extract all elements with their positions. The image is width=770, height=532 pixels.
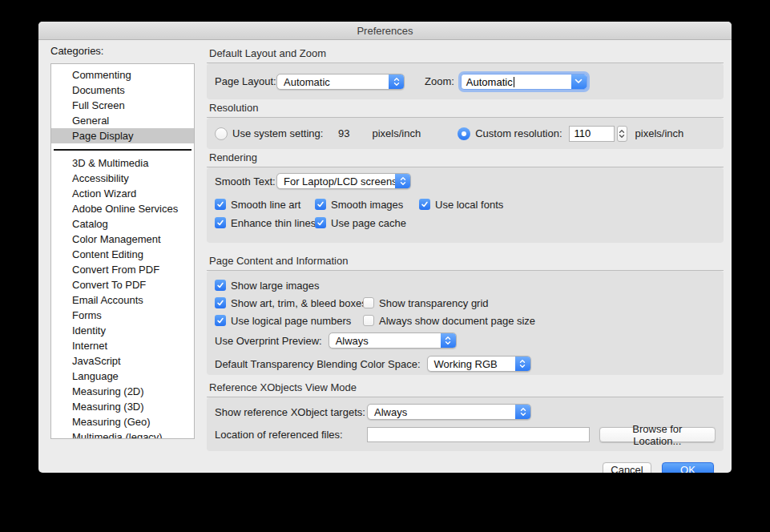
categories-list: CommentingDocumentsFull ScreenGeneralPag… [50,63,195,439]
custom-resolution-unit: pixels/inch [635,127,684,139]
checkbox-enhance-thin-lines[interactable]: Enhance thin lines [215,217,315,229]
xobject-targets-popup[interactable]: Always [367,404,531,420]
blending-color-space-label: Default Transparency Blending Color Spac… [215,358,421,370]
use-system-setting-label: Use system setting: [232,127,327,139]
categories-label: Categories: [50,45,103,57]
chevron-up-down-icon [515,405,530,419]
radio-button-selected-icon [458,127,470,140]
checkbox-smooth-line-art[interactable]: Smooth line art [215,199,315,211]
zoom-label: Zoom: [425,75,454,87]
checkbox-icon [363,315,374,326]
smooth-text-popup[interactable]: For Laptop/LCD screens [276,173,411,189]
smooth-text-value: For Laptop/LCD screens [277,174,395,188]
category-item[interactable]: Language [51,369,194,384]
checkmark-icon [315,217,326,228]
xobject-targets-label: Show reference XObject targets: [215,406,367,418]
category-item[interactable]: Multimedia (legacy) [51,429,194,439]
ok-button[interactable]: OK [662,462,714,473]
category-item[interactable]: Email Accounts [51,292,194,308]
page-layout-popup[interactable]: Automatic [276,74,405,90]
checkbox-use-page-cache[interactable]: Use page cache [315,217,406,229]
zoom-value: Automatic [466,76,513,88]
radio-use-system-setting[interactable]: Use system setting: [215,127,327,140]
chevron-up-down-icon [389,75,404,89]
location-of-files-input[interactable] [367,427,590,442]
browse-for-location-button[interactable]: Browse for Location... [599,427,716,442]
checkbox-show-art-trim-bleed[interactable]: Show art, trim, & bleed boxes [215,297,363,309]
radio-custom-resolution[interactable]: Custom resolution: [458,127,562,140]
section-title-rendering: Rendering [207,152,724,167]
category-item[interactable]: Action Wizard [51,186,194,201]
checkmark-icon [215,199,226,210]
category-item[interactable]: Convert From PDF [51,262,194,277]
category-item[interactable]: Measuring (2D) [51,384,194,399]
category-item[interactable]: 3D & Multimedia [51,155,194,171]
window-title: Preferences [357,25,413,37]
section-title-resolution: Resolution [207,103,724,117]
checkbox-smooth-images[interactable]: Smooth images [315,199,419,211]
category-item[interactable]: Commenting [51,67,194,83]
checkmark-icon [419,199,430,210]
blending-color-space-value: Working RGB [428,357,515,371]
system-resolution-unit: pixels/inch [372,127,421,139]
checkbox-show-large-images[interactable]: Show large images [215,280,320,292]
dialog-content: Categories: CommentingDocumentsFull Scre… [38,40,732,473]
category-item[interactable]: Forms [51,308,194,323]
text-cursor [514,77,514,87]
zoom-combobox[interactable]: Automatic [461,74,587,90]
section-title-xobjects: Reference XObjects View Mode [207,382,724,397]
category-item[interactable]: General [51,113,194,128]
checkbox-use-logical-page-numbers[interactable]: Use logical page numbers [215,315,363,327]
location-of-files-label: Location of referenced files: [215,429,367,441]
panel-page-content: Show large images Show art, trim, & blee… [207,271,724,375]
category-item[interactable]: JavaScript [51,353,194,369]
checkbox-show-transparency-grid[interactable]: Show transparency grid [363,297,489,309]
checkmark-icon [215,217,226,228]
dialog-footer: Cancel OK [207,462,714,473]
categories-bottom-group: 3D & MultimediaAccessibilityAction Wizar… [51,155,194,439]
checkbox-use-local-fonts[interactable]: Use local fonts [419,199,503,211]
category-item[interactable]: Adobe Online Services [51,201,194,216]
cancel-button[interactable]: Cancel [603,462,651,473]
category-item[interactable]: Measuring (3D) [51,399,194,414]
settings-column: Default Layout and Zoom Page Layout: Aut… [207,40,724,473]
chevron-up-down-icon [441,333,456,348]
category-item[interactable]: Convert To PDF [51,277,194,292]
title-bar[interactable]: Preferences [38,22,732,40]
panel-resolution: Use system setting: 93 pixels/inch Custo… [207,118,724,149]
overprint-preview-value: Always [329,333,441,348]
category-item[interactable]: Page Display [51,128,194,143]
category-item[interactable]: Identity [51,323,194,338]
page-layout-value: Automatic [277,75,389,89]
category-item[interactable]: Content Editing [51,247,194,262]
blending-color-space-popup[interactable]: Working RGB [427,356,531,372]
checkmark-icon [215,280,226,291]
category-item[interactable]: Internet [51,338,194,353]
chevron-up-down-icon [619,129,625,139]
panel-xobjects: Show reference XObject targets: Always L… [207,397,724,451]
panel-layout-zoom: Page Layout: Automatic Zoom: Automatic [207,63,724,99]
page-layout-label: Page Layout: [215,75,276,87]
radio-button-icon [215,127,228,140]
category-item[interactable]: Measuring (Geo) [51,414,194,429]
checkbox-icon [363,297,374,308]
category-item[interactable]: Color Management [51,232,194,247]
system-resolution-value: 93 [338,127,349,139]
custom-resolution-input[interactable] [569,126,615,142]
category-item[interactable]: Documents [51,83,194,98]
chevron-up-down-icon [395,174,410,188]
chevron-down-icon[interactable] [571,75,587,89]
category-item[interactable]: Catalog [51,216,194,232]
panel-rendering: Smooth Text: For Laptop/LCD screens Smoo… [207,167,724,243]
category-item[interactable]: Accessibility [51,171,194,186]
category-item[interactable]: Full Screen [51,98,194,113]
categories-top-group: CommentingDocumentsFull ScreenGeneralPag… [51,67,194,143]
zoom-combobox-text[interactable]: Automatic [462,75,571,89]
stepper-control[interactable] [617,126,627,142]
checkbox-always-show-page-size[interactable]: Always show document page size [363,315,535,327]
section-title-layout-zoom: Default Layout and Zoom [207,48,724,62]
section-title-page-content: Page Content and Information [207,256,724,270]
chevron-up-down-icon [515,357,530,371]
checkmark-icon [315,199,326,210]
overprint-preview-popup[interactable]: Always [329,332,457,349]
